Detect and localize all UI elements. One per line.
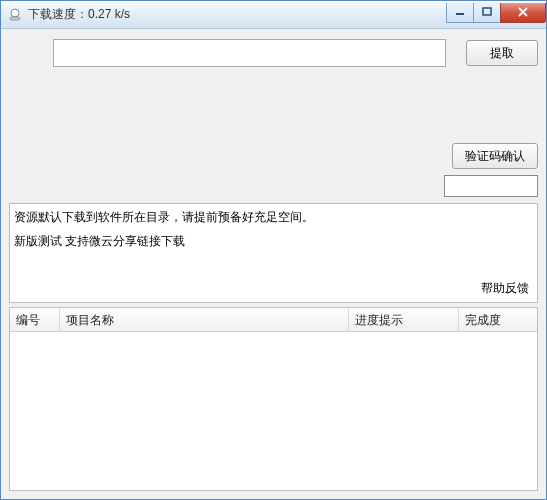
url-input[interactable] (53, 39, 446, 67)
top-row: 提取 (9, 39, 538, 67)
download-table: 编号 项目名称 进度提示 完成度 (9, 307, 538, 491)
maximize-button[interactable] (473, 3, 501, 23)
info-panel: 资源默认下载到软件所在目录，请提前预备好充足空间。 新版测试 支持微云分享链接下… (9, 203, 538, 303)
col-index[interactable]: 编号 (10, 308, 60, 331)
app-icon (7, 7, 23, 23)
svg-rect-2 (456, 13, 464, 15)
info-line-1: 资源默认下载到软件所在目录，请提前预备好充足空间。 (14, 207, 533, 227)
maximize-icon (482, 7, 492, 17)
svg-point-0 (11, 9, 19, 17)
extract-button[interactable]: 提取 (466, 40, 538, 66)
close-icon (517, 7, 529, 17)
titlebar: 下载速度：0.27 k/s (1, 1, 546, 29)
table-header: 编号 项目名称 进度提示 完成度 (10, 308, 537, 332)
window-title: 下载速度：0.27 k/s (28, 6, 447, 23)
col-progress[interactable]: 进度提示 (349, 308, 459, 331)
captcha-input[interactable] (444, 175, 538, 197)
verify-row: 验证码确认 (9, 143, 538, 169)
svg-rect-1 (10, 17, 20, 20)
code-row (9, 175, 538, 197)
help-feedback-link[interactable]: 帮助反馈 (481, 278, 529, 298)
verify-code-button[interactable]: 验证码确认 (452, 143, 538, 169)
info-line-2: 新版测试 支持微云分享链接下载 (14, 231, 533, 251)
app-window: 下载速度：0.27 k/s 提取 验证码确认 (0, 0, 547, 500)
spacer (9, 73, 538, 143)
window-buttons (447, 3, 546, 23)
svg-rect-3 (483, 8, 491, 15)
client-area: 提取 验证码确认 资源默认下载到软件所在目录，请提前预备好充足空间。 新版测试 … (1, 29, 546, 499)
close-button[interactable] (500, 3, 546, 23)
col-name[interactable]: 项目名称 (60, 308, 349, 331)
col-completion[interactable]: 完成度 (459, 308, 537, 331)
table-body (10, 332, 537, 490)
minimize-icon (455, 7, 465, 17)
minimize-button[interactable] (446, 3, 474, 23)
